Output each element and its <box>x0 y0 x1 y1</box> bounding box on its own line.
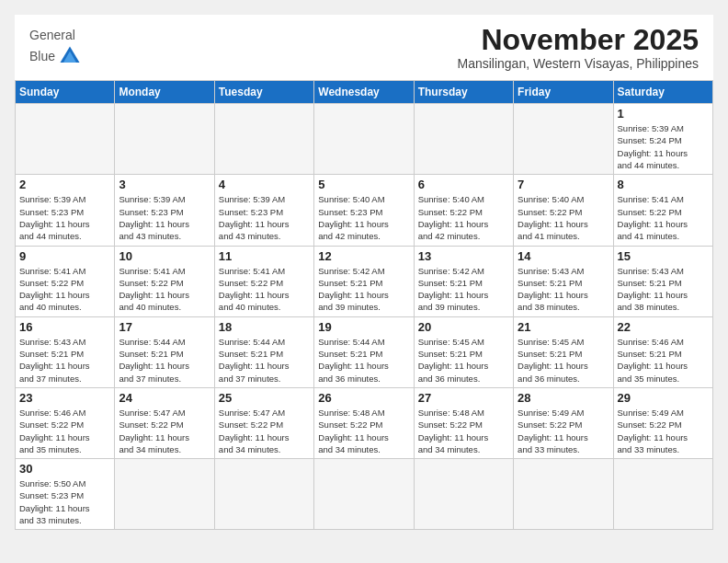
calendar-day-cell: 1Sunrise: 5:39 AM Sunset: 5:24 PM Daylig… <box>613 104 712 175</box>
calendar-day-cell <box>613 459 712 530</box>
calendar-day-cell <box>214 459 313 530</box>
calendar-day-cell: 22Sunrise: 5:46 AM Sunset: 5:21 PM Dayli… <box>613 316 712 387</box>
day-number: 27 <box>418 391 509 405</box>
calendar-header: General Blue November 2025 Mansilingan, … <box>15 15 713 76</box>
day-info: Sunrise: 5:40 AM Sunset: 5:22 PM Dayligh… <box>418 193 509 242</box>
calendar-day-cell <box>414 459 513 530</box>
calendar-day-cell: 16Sunrise: 5:43 AM Sunset: 5:21 PM Dayli… <box>16 316 115 387</box>
calendar-day-cell: 8Sunrise: 5:41 AM Sunset: 5:22 PM Daylig… <box>613 175 712 246</box>
day-info: Sunrise: 5:42 AM Sunset: 5:21 PM Dayligh… <box>418 265 509 314</box>
calendar-day-cell: 21Sunrise: 5:45 AM Sunset: 5:21 PM Dayli… <box>514 316 613 387</box>
calendar-day-cell: 14Sunrise: 5:43 AM Sunset: 5:21 PM Dayli… <box>514 246 613 316</box>
calendar-day-cell: 2Sunrise: 5:39 AM Sunset: 5:23 PM Daylig… <box>16 175 115 246</box>
day-info: Sunrise: 5:49 AM Sunset: 5:22 PM Dayligh… <box>518 407 609 455</box>
calendar-day-cell: 27Sunrise: 5:48 AM Sunset: 5:22 PM Dayli… <box>414 387 513 458</box>
calendar-day-cell: 26Sunrise: 5:48 AM Sunset: 5:22 PM Dayli… <box>314 387 414 458</box>
calendar-day-cell <box>514 459 613 530</box>
day-info: Sunrise: 5:40 AM Sunset: 5:23 PM Dayligh… <box>318 193 409 242</box>
day-number: 7 <box>518 178 609 191</box>
calendar-day-cell: 12Sunrise: 5:42 AM Sunset: 5:21 PM Dayli… <box>314 246 414 316</box>
calendar-day-cell: 15Sunrise: 5:43 AM Sunset: 5:21 PM Dayli… <box>613 246 712 316</box>
day-number: 19 <box>318 320 409 334</box>
day-info: Sunrise: 5:41 AM Sunset: 5:22 PM Dayligh… <box>219 265 310 314</box>
calendar-day-cell: 19Sunrise: 5:44 AM Sunset: 5:21 PM Dayli… <box>314 316 414 387</box>
calendar-day-cell: 6Sunrise: 5:40 AM Sunset: 5:22 PM Daylig… <box>414 175 513 246</box>
logo: General Blue <box>29 28 83 69</box>
calendar-day-cell: 4Sunrise: 5:39 AM Sunset: 5:23 PM Daylig… <box>214 175 313 246</box>
day-info: Sunrise: 5:50 AM Sunset: 5:23 PM Dayligh… <box>19 477 110 526</box>
day-number: 18 <box>219 320 310 334</box>
day-number: 4 <box>219 178 310 191</box>
day-number: 21 <box>518 320 609 334</box>
day-number: 10 <box>119 249 210 263</box>
day-number: 9 <box>19 249 110 263</box>
calendar-day-cell: 20Sunrise: 5:45 AM Sunset: 5:21 PM Dayli… <box>414 316 513 387</box>
calendar-day-cell: 25Sunrise: 5:47 AM Sunset: 5:22 PM Dayli… <box>214 387 313 458</box>
day-number: 13 <box>418 249 509 263</box>
day-number: 23 <box>19 391 110 405</box>
day-info: Sunrise: 5:39 AM Sunset: 5:23 PM Dayligh… <box>19 193 110 242</box>
day-info: Sunrise: 5:43 AM Sunset: 5:21 PM Dayligh… <box>19 336 110 385</box>
calendar-day-cell: 13Sunrise: 5:42 AM Sunset: 5:21 PM Dayli… <box>414 246 513 316</box>
day-info: Sunrise: 5:47 AM Sunset: 5:22 PM Dayligh… <box>119 407 210 455</box>
day-number: 15 <box>618 249 709 263</box>
day-number: 24 <box>119 391 210 405</box>
day-number: 2 <box>19 178 110 191</box>
day-info: Sunrise: 5:44 AM Sunset: 5:21 PM Dayligh… <box>318 336 409 385</box>
calendar-day-cell: 17Sunrise: 5:44 AM Sunset: 5:21 PM Dayli… <box>115 316 214 387</box>
calendar-table: SundayMondayTuesdayWednesdayThursdayFrid… <box>15 80 713 530</box>
calendar-day-cell: 28Sunrise: 5:49 AM Sunset: 5:22 PM Dayli… <box>514 387 613 458</box>
day-number: 8 <box>618 178 709 191</box>
weekday-header-sunday: Sunday <box>16 81 115 104</box>
month-title: November 2025 <box>457 24 699 56</box>
calendar-day-cell: 5Sunrise: 5:40 AM Sunset: 5:23 PM Daylig… <box>314 175 414 246</box>
day-number: 14 <box>518 249 609 263</box>
calendar-day-cell: 30Sunrise: 5:50 AM Sunset: 5:23 PM Dayli… <box>16 459 115 530</box>
day-info: Sunrise: 5:39 AM Sunset: 5:24 PM Dayligh… <box>618 122 709 171</box>
calendar-day-cell: 11Sunrise: 5:41 AM Sunset: 5:22 PM Dayli… <box>214 246 313 316</box>
calendar-week-row: 16Sunrise: 5:43 AM Sunset: 5:21 PM Dayli… <box>16 316 713 387</box>
day-number: 11 <box>219 249 310 263</box>
day-number: 22 <box>618 320 709 334</box>
day-number: 20 <box>418 320 509 334</box>
day-info: Sunrise: 5:44 AM Sunset: 5:21 PM Dayligh… <box>219 336 310 385</box>
day-number: 26 <box>318 391 409 405</box>
day-number: 25 <box>219 391 310 405</box>
weekday-header-row: SundayMondayTuesdayWednesdayThursdayFrid… <box>16 81 713 104</box>
day-info: Sunrise: 5:39 AM Sunset: 5:23 PM Dayligh… <box>219 193 310 242</box>
calendar-day-cell <box>115 104 214 175</box>
day-number: 29 <box>618 391 709 405</box>
day-number: 28 <box>518 391 609 405</box>
day-info: Sunrise: 5:49 AM Sunset: 5:22 PM Dayligh… <box>618 407 709 455</box>
weekday-header-thursday: Thursday <box>414 81 513 104</box>
weekday-header-friday: Friday <box>514 81 613 104</box>
weekday-header-tuesday: Tuesday <box>214 81 313 104</box>
day-info: Sunrise: 5:45 AM Sunset: 5:21 PM Dayligh… <box>418 336 509 385</box>
day-info: Sunrise: 5:43 AM Sunset: 5:21 PM Dayligh… <box>618 265 709 314</box>
day-info: Sunrise: 5:41 AM Sunset: 5:22 PM Dayligh… <box>119 265 210 314</box>
day-info: Sunrise: 5:45 AM Sunset: 5:21 PM Dayligh… <box>518 336 609 385</box>
day-info: Sunrise: 5:46 AM Sunset: 5:22 PM Dayligh… <box>19 407 110 455</box>
title-block: November 2025 Mansilingan, Western Visay… <box>457 24 699 71</box>
calendar-day-cell: 7Sunrise: 5:40 AM Sunset: 5:22 PM Daylig… <box>514 175 613 246</box>
day-info: Sunrise: 5:48 AM Sunset: 5:22 PM Dayligh… <box>318 407 409 455</box>
day-info: Sunrise: 5:39 AM Sunset: 5:23 PM Dayligh… <box>119 193 210 242</box>
day-number: 6 <box>418 178 509 191</box>
day-number: 16 <box>19 320 110 334</box>
logo-icon <box>57 43 83 69</box>
calendar-day-cell <box>115 459 214 530</box>
calendar-day-cell: 10Sunrise: 5:41 AM Sunset: 5:22 PM Dayli… <box>115 246 214 316</box>
day-info: Sunrise: 5:42 AM Sunset: 5:21 PM Dayligh… <box>318 265 409 314</box>
calendar-day-cell: 18Sunrise: 5:44 AM Sunset: 5:21 PM Dayli… <box>214 316 313 387</box>
day-info: Sunrise: 5:40 AM Sunset: 5:22 PM Dayligh… <box>518 193 609 242</box>
calendar-day-cell <box>314 104 414 175</box>
day-info: Sunrise: 5:41 AM Sunset: 5:22 PM Dayligh… <box>19 265 110 314</box>
calendar-day-cell <box>214 104 313 175</box>
weekday-header-monday: Monday <box>115 81 214 104</box>
day-info: Sunrise: 5:43 AM Sunset: 5:21 PM Dayligh… <box>518 265 609 314</box>
day-number: 5 <box>318 178 409 191</box>
day-number: 17 <box>119 320 210 334</box>
calendar-day-cell: 3Sunrise: 5:39 AM Sunset: 5:23 PM Daylig… <box>115 175 214 246</box>
day-number: 30 <box>19 462 110 476</box>
calendar-day-cell <box>16 104 115 175</box>
